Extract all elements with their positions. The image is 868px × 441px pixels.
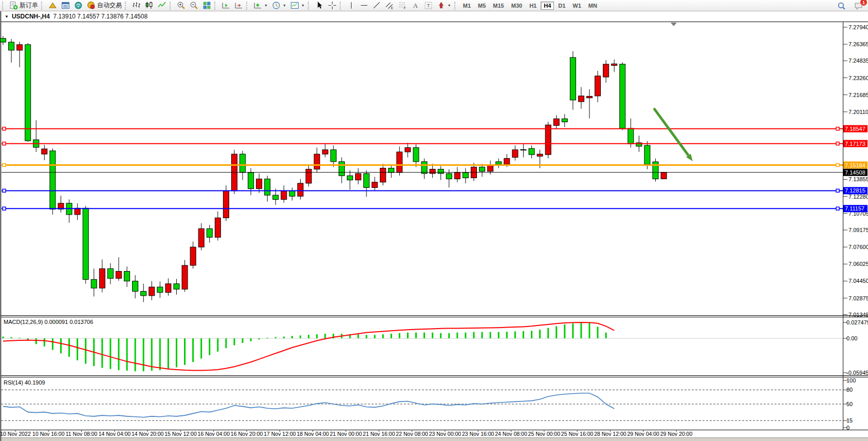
period-button-M5[interactable]: M5 bbox=[475, 2, 489, 10]
line-handle[interactable] bbox=[3, 142, 6, 145]
candle-body bbox=[107, 269, 113, 278]
candle-body bbox=[644, 145, 650, 164]
time-axis-label: 23 Nov 00:00 bbox=[429, 431, 461, 437]
vline-icon bbox=[347, 1, 356, 10]
period-button-H4[interactable]: H4 bbox=[541, 2, 554, 10]
line-handle[interactable] bbox=[836, 189, 839, 192]
bar-chart-button[interactable] bbox=[130, 0, 143, 11]
candle-body bbox=[512, 150, 518, 158]
svg-text:T: T bbox=[427, 3, 430, 8]
svg-text:F: F bbox=[403, 6, 405, 10]
zoom-in-button[interactable] bbox=[175, 0, 188, 11]
period-button-D1[interactable]: D1 bbox=[555, 2, 568, 10]
rsi-tick-label: 50 bbox=[846, 401, 853, 407]
candle-body bbox=[595, 76, 601, 96]
market-watch-button[interactable] bbox=[59, 0, 72, 11]
time-axis-label: 24 Nov 08:00 bbox=[495, 431, 527, 437]
fibonacci-button[interactable]: F bbox=[396, 0, 409, 11]
price-tick-label: 7.20110 bbox=[848, 109, 868, 115]
line-handle[interactable] bbox=[3, 164, 6, 167]
arrows-button[interactable]: ▼ bbox=[435, 0, 453, 11]
vertical-line-button[interactable] bbox=[345, 0, 358, 11]
candle-body bbox=[240, 154, 246, 172]
search-button[interactable] bbox=[835, 0, 848, 11]
price-level-tag-text: 7.17173 bbox=[845, 141, 865, 147]
price-level-tag-text: 7.15184 bbox=[845, 162, 865, 168]
cursor-button[interactable] bbox=[313, 0, 326, 11]
candle-body bbox=[306, 169, 311, 183]
candle-body bbox=[628, 128, 634, 144]
period-button-M30[interactable]: M30 bbox=[508, 2, 525, 10]
chart-shift-button[interactable] bbox=[232, 0, 245, 11]
auto-scroll-icon bbox=[221, 1, 230, 10]
candle-body bbox=[488, 165, 493, 171]
candle-body bbox=[421, 162, 427, 174]
data-window-button[interactable] bbox=[72, 0, 85, 11]
equidistant-channel-button[interactable]: E bbox=[383, 0, 396, 11]
line-handle[interactable] bbox=[836, 164, 839, 167]
period-button-W1[interactable]: W1 bbox=[569, 2, 584, 10]
candle-body bbox=[83, 208, 88, 279]
profiles-button[interactable] bbox=[46, 0, 59, 11]
candlestick-chart-button[interactable] bbox=[143, 0, 156, 11]
price-tick-label: 7.21685 bbox=[848, 92, 868, 98]
dropdown-caret-icon: ▼ bbox=[448, 4, 451, 7]
price-chart[interactable]: 7.279407.263657.248357.232607.216857.201… bbox=[0, 0, 868, 441]
time-axis-label: 29 Nov 04:00 bbox=[627, 431, 659, 437]
candle-body bbox=[91, 279, 97, 288]
auto-scroll-button[interactable] bbox=[219, 0, 232, 11]
notifications-button[interactable]: 1 bbox=[852, 0, 865, 11]
period-button-M15[interactable]: M15 bbox=[490, 2, 507, 10]
candle-body bbox=[330, 150, 336, 162]
clock-icon bbox=[272, 1, 281, 10]
candle-body bbox=[545, 125, 551, 155]
candle-body bbox=[446, 174, 452, 179]
period-button-M1[interactable]: M1 bbox=[460, 2, 474, 10]
candle-body bbox=[356, 174, 361, 180]
candle-body bbox=[405, 147, 411, 151]
line-handle[interactable] bbox=[3, 127, 6, 130]
toolbar-grip bbox=[454, 2, 457, 10]
candle-body bbox=[99, 269, 105, 288]
crosshair-icon bbox=[328, 1, 337, 10]
candles-icon bbox=[145, 1, 154, 10]
indicators-button[interactable]: ▼ bbox=[251, 0, 270, 11]
period-button-H1[interactable]: H1 bbox=[526, 2, 540, 10]
line-handle[interactable] bbox=[836, 142, 839, 145]
candle-body bbox=[397, 152, 402, 172]
new-order-button[interactable]: 新订单 bbox=[7, 0, 40, 11]
toolbar-grip bbox=[2, 2, 5, 10]
zoom-out-button[interactable] bbox=[188, 0, 200, 11]
time-axis-label: 15 Nov 12:00 bbox=[164, 431, 197, 437]
chart-collapse-icon[interactable]: ▼ bbox=[5, 14, 9, 19]
data-window-icon bbox=[74, 1, 83, 10]
search-icon bbox=[837, 2, 846, 10]
time-axis-label: 10 Nov 2022 bbox=[0, 431, 31, 437]
candle-body bbox=[289, 191, 295, 197]
line-handle[interactable] bbox=[836, 207, 839, 210]
zoom-out-icon bbox=[190, 1, 198, 10]
crosshair-button[interactable] bbox=[326, 0, 339, 11]
text-label-button[interactable]: T bbox=[422, 0, 435, 11]
tile-icon bbox=[202, 1, 211, 10]
toolbar-grip bbox=[125, 2, 128, 10]
price-level-tag-text: 7.12815 bbox=[845, 187, 865, 194]
auto-trading-button[interactable]: 自动交易 bbox=[85, 0, 124, 11]
macd-tick-label: -0.059451 bbox=[846, 370, 868, 376]
periods-menu-button[interactable]: ▼ bbox=[270, 0, 288, 11]
price-tick-label: 7.12280 bbox=[848, 194, 868, 200]
candle-body bbox=[438, 169, 444, 174]
price-level-tag-text: 7.14508 bbox=[845, 169, 865, 176]
tile-windows-button[interactable] bbox=[200, 0, 213, 11]
line-handle[interactable] bbox=[3, 189, 6, 192]
templates-button[interactable]: ▼ bbox=[288, 0, 307, 11]
line-chart-button[interactable] bbox=[156, 0, 169, 11]
line-handle[interactable] bbox=[3, 207, 6, 210]
period-button-MN[interactable]: MN bbox=[585, 2, 600, 10]
time-axis-label: 10 Nov 16:00 bbox=[32, 431, 65, 437]
trendline-button[interactable] bbox=[371, 0, 383, 11]
line-chart-icon bbox=[158, 1, 167, 10]
line-handle[interactable] bbox=[836, 127, 839, 130]
text-button[interactable]: A bbox=[409, 0, 422, 11]
horizontal-line-button[interactable] bbox=[358, 0, 371, 11]
